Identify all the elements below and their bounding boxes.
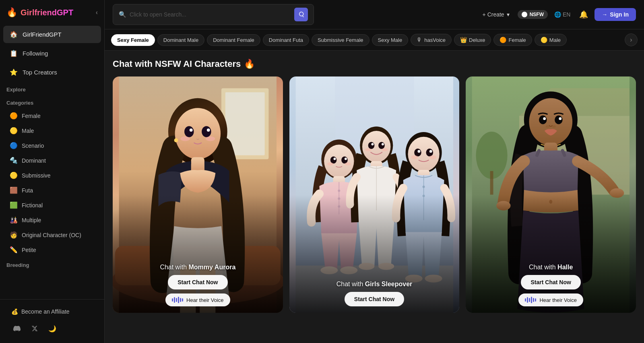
filter-male-label: Male	[549, 37, 561, 43]
dominant-emoji: 🔩	[10, 157, 18, 164]
start-chat-halle[interactable]: Start Chat Now	[521, 275, 580, 289]
sidebar-item-top-creators[interactable]: ⭐ Top Creators	[3, 64, 101, 81]
sidebar-collapse-btn[interactable]: ‹	[96, 9, 98, 16]
filter-scroll-right[interactable]: ›	[625, 33, 638, 46]
create-label: + Create	[483, 11, 504, 18]
sidebar-category-scenario[interactable]: 🔵 Scenario	[3, 138, 101, 153]
hear-voice-label-2: Hear their Voice	[539, 297, 577, 303]
sidebar: 🔥 GirlfriendGPT ‹ 🏠 GirlFriendGPT 📋 Foll…	[0, 0, 105, 343]
filter-chip-submissive-female[interactable]: Submissive Female	[312, 34, 369, 46]
svg-point-71	[529, 98, 573, 145]
sidebar-category-fictional[interactable]: 🟩 Fictional	[3, 198, 101, 212]
sidebar-category-petite[interactable]: ✏️ Petite	[3, 243, 101, 257]
filter-female-label: Female	[508, 37, 526, 43]
voice-wave-2	[525, 297, 536, 303]
sidebar-category-futa[interactable]: 🟫 Futa	[3, 183, 101, 197]
filter-chip-male[interactable]: 🟡 Male	[535, 34, 567, 46]
discord-icon[interactable]	[11, 323, 23, 334]
svg-point-74	[543, 117, 546, 120]
character-card-halle[interactable]: Chat with Halle Start Chat Now Hear thei	[466, 76, 636, 313]
card-1-title: Chat with Mommy Aurora	[160, 264, 235, 271]
filter-chip-sexy-male[interactable]: Sexy Male	[372, 34, 409, 46]
affiliate-label: Become an Affiliate	[21, 308, 70, 315]
translate-button[interactable]: 🌐 EN	[552, 9, 573, 20]
signin-label: Sign In	[610, 11, 629, 18]
filter-submissive-female-label: Submissive Female	[318, 37, 363, 43]
character-card-girls-sleepover[interactable]: Chat with Girls Sleepover Start Chat Now	[289, 76, 460, 313]
svg-point-40	[362, 131, 390, 162]
multiple-emoji: 🎎	[10, 216, 18, 224]
section-title: Chat with NSFW AI Characters 🔥	[113, 59, 636, 69]
moon-icon[interactable]: 🌙	[47, 323, 58, 334]
explore-label: Explore	[0, 82, 104, 95]
svg-point-43	[371, 143, 374, 145]
sidebar-category-multiple[interactable]: 🎎 Multiple	[3, 213, 101, 227]
svg-point-76	[546, 125, 550, 128]
sidebar-item-home[interactable]: 🏠 GirlFriendGPT	[3, 26, 101, 43]
filter-chip-female[interactable]: 🟠 Female	[493, 34, 532, 46]
hear-voice-mommy-aurora[interactable]: Hear their Voice	[165, 293, 230, 306]
sidebar-category-male[interactable]: 🟡 Male	[3, 124, 101, 138]
filter-chip-dominant-futa[interactable]: Dominant Futa	[263, 34, 309, 46]
create-chevron-icon: ▾	[507, 11, 510, 18]
filter-chip-has-voice[interactable]: 🎙 hasVoice	[411, 34, 452, 46]
app-name: GirlfriendGPT	[21, 8, 73, 17]
nsfw-toggle[interactable]: NSFW	[518, 10, 548, 19]
start-chat-mommy-aurora[interactable]: Start Chat Now	[168, 275, 227, 289]
svg-point-7	[184, 126, 194, 137]
voice-chip-icon: 🎙	[417, 37, 422, 43]
oc-emoji: 🧑	[10, 231, 18, 239]
fire-emoji: 🔥	[244, 59, 255, 69]
filter-dominant-female-label: Dominant Female	[213, 37, 254, 43]
sidebar-following-label: Following	[23, 50, 48, 57]
card-3-title: Chat with Halle	[529, 264, 573, 271]
sidebar-category-female[interactable]: 🟠 Female	[3, 109, 101, 123]
search-submit-button[interactable]	[294, 8, 308, 21]
svg-point-12	[206, 136, 215, 141]
search-icon: 🔍	[119, 11, 126, 18]
petite-emoji: ✏️	[10, 246, 18, 254]
notifications-button[interactable]: 🔔	[577, 8, 590, 21]
start-chat-girls-sleepover[interactable]: Start Chat Now	[345, 292, 404, 306]
sidebar-bottom: 💰 Become an Affiliate 🌙	[0, 299, 104, 343]
hear-voice-halle[interactable]: Hear their Voice	[518, 293, 583, 306]
character-card-mommy-aurora[interactable]: Chat with Mommy Aurora Start Chat Now He	[113, 76, 283, 313]
filter-deluxe-label: Deluxe	[469, 37, 485, 43]
twitter-icon[interactable]	[29, 323, 40, 334]
multiple-label: Multiple	[22, 217, 41, 223]
scenario-emoji: 🔵	[10, 142, 18, 149]
filter-chip-deluxe[interactable]: 👑 Deluxe	[454, 34, 491, 46]
female-emoji: 🟠	[10, 112, 18, 120]
sidebar-category-submissive[interactable]: 🟡 Submissive	[3, 168, 101, 182]
sidebar-category-dominant[interactable]: 🔩 Dominant	[3, 153, 101, 167]
header: 🔍 Click to open Search... + Create ▾ NSF…	[105, 0, 644, 29]
male-emoji: 🟡	[10, 127, 18, 134]
sidebar-item-following[interactable]: 📋 Following	[3, 45, 101, 62]
fictional-label: Fictional	[22, 202, 43, 209]
card-2-title: Chat with Girls Sleepover	[336, 281, 413, 288]
svg-point-44	[382, 143, 384, 145]
filter-chip-dominant-male[interactable]: Dominant Male	[157, 34, 204, 46]
male-chip-icon: 🟡	[541, 37, 547, 43]
filter-has-voice-label: hasVoice	[424, 37, 446, 43]
signin-button[interactable]: → Sign In	[594, 8, 636, 21]
filter-bar: Sexy Female Dominant Male Dominant Femal…	[105, 29, 644, 51]
futa-emoji: 🟫	[10, 186, 18, 194]
submissive-label: Submissive	[22, 172, 51, 179]
section-title-text: Chat with NSFW AI Characters	[113, 59, 241, 69]
filter-chip-dominant-female[interactable]: Dominant Female	[207, 34, 260, 46]
sidebar-category-oc[interactable]: 🧑 Original Character (OC)	[3, 228, 101, 242]
search-placeholder: Click to open Search...	[130, 11, 186, 18]
futa-label: Futa	[22, 187, 33, 194]
svg-point-13	[174, 138, 178, 143]
svg-point-72	[539, 116, 547, 124]
translate-label: EN	[563, 11, 570, 18]
filter-chip-sexy-female[interactable]: Sexy Female	[111, 34, 155, 46]
svg-point-29	[345, 158, 347, 160]
search-bar[interactable]: 🔍 Click to open Search...	[113, 4, 314, 25]
breeding-label: Breeding	[0, 257, 104, 271]
scenario-label: Scenario	[22, 143, 44, 149]
filter-sexy-female-label: Sexy Female	[117, 37, 149, 43]
create-button[interactable]: + Create ▾	[479, 9, 514, 20]
affiliate-button[interactable]: 💰 Become an Affiliate	[6, 304, 98, 319]
